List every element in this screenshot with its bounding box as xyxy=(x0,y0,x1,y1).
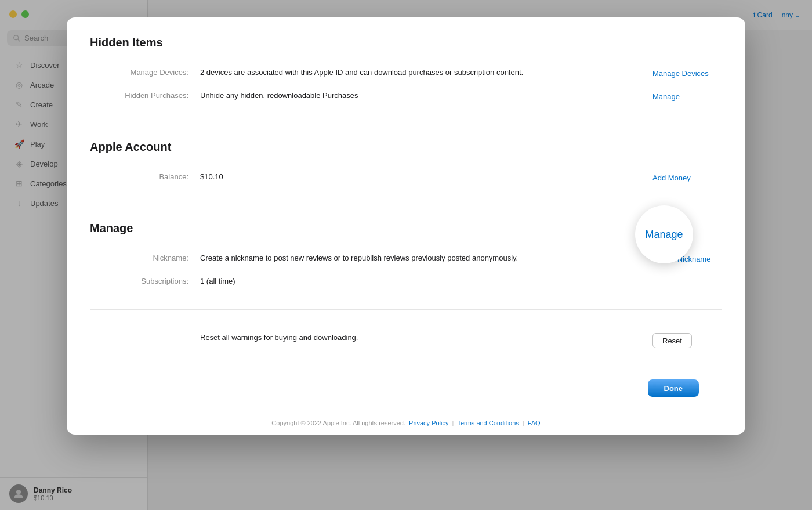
done-button[interactable]: Done xyxy=(648,379,699,397)
manage-circle-label: Manage xyxy=(645,229,683,241)
manage-devices-link[interactable]: Manage Devices xyxy=(652,69,709,78)
subscriptions-value: 1 (all time) xyxy=(200,276,641,287)
reset-row: Reset all warnings for buying and downlo… xyxy=(90,326,722,354)
privacy-policy-link[interactable]: Privacy Policy xyxy=(409,419,448,426)
manage-devices-value: 2 devices are associated with this Apple… xyxy=(200,67,641,78)
copyright-text: Copyright © 2022 Apple Inc. All rights r… xyxy=(271,419,405,426)
nickname-label: Nickname: xyxy=(90,252,200,262)
balance-row: Balance: $10.10 Add Money xyxy=(90,165,722,189)
hidden-items-title: Hidden Items xyxy=(90,36,722,49)
manage-devices-row: Manage Devices: 2 devices are associated… xyxy=(90,61,722,84)
hidden-purchases-value: Unhide any hidden, redownloadable Purcha… xyxy=(200,90,641,102)
reset-section: Reset all warnings for buying and downlo… xyxy=(90,326,722,370)
hidden-purchases-action: Manage xyxy=(641,90,722,102)
modal-wrapper: Hidden Items Manage Devices: 2 devices a… xyxy=(67,17,745,435)
balance-label: Balance: xyxy=(90,171,200,181)
reset-button[interactable]: Reset xyxy=(652,333,692,348)
faq-link[interactable]: FAQ xyxy=(528,419,541,426)
nickname-value: Create a nickname to post new reviews or… xyxy=(200,252,641,264)
subscriptions-label: Subscriptions: xyxy=(90,276,200,285)
manage-title: Manage xyxy=(90,222,722,235)
apple-account-section: Apple Account Balance: $10.10 Add Money xyxy=(90,140,722,205)
modal-overlay: Hidden Items Manage Devices: 2 devices a… xyxy=(0,0,812,510)
balance-value: $10.10 xyxy=(200,171,641,183)
copyright-bar: Copyright © 2022 Apple Inc. All rights r… xyxy=(90,411,722,435)
hidden-purchases-label: Hidden Purchases: xyxy=(90,90,200,100)
add-money-link[interactable]: Add Money xyxy=(652,173,691,182)
reset-value: Reset all warnings for buying and downlo… xyxy=(200,332,641,343)
subscriptions-row: Subscriptions: 1 (all time) xyxy=(90,270,722,293)
manage-devices-action: Manage Devices xyxy=(641,67,722,78)
manage-section: Manage Nickname: Create a nickname to po… xyxy=(90,222,722,309)
divider-2 xyxy=(90,205,722,205)
nickname-row: Nickname: Create a nickname to post new … xyxy=(90,247,722,270)
reset-action: Reset xyxy=(641,332,722,348)
separator-1: | xyxy=(452,419,454,426)
hidden-purchases-manage-link[interactable]: Manage xyxy=(652,92,680,101)
divider-3 xyxy=(90,309,722,310)
manage-circle[interactable]: Manage xyxy=(635,205,693,263)
separator-2: | xyxy=(523,419,524,426)
hidden-items-section: Hidden Items Manage Devices: 2 devices a… xyxy=(90,36,722,124)
manage-devices-label: Manage Devices: xyxy=(90,67,200,77)
apple-account-title: Apple Account xyxy=(90,140,722,154)
terms-link[interactable]: Terms and Conditions xyxy=(457,419,519,426)
reset-label xyxy=(90,332,200,333)
divider-1 xyxy=(90,124,722,124)
subscriptions-action xyxy=(641,276,722,277)
hidden-purchases-row: Hidden Purchases: Unhide any hidden, red… xyxy=(90,84,722,107)
modal-footer: Done xyxy=(90,370,722,411)
add-money-action: Add Money xyxy=(641,171,722,183)
